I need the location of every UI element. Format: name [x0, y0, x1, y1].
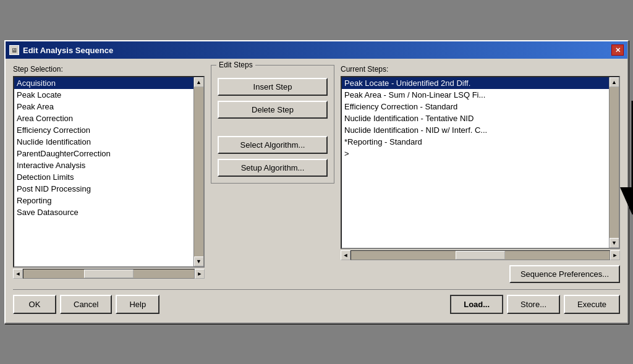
step-scroll-track[interactable] — [194, 87, 204, 256]
ok-button[interactable]: OK — [13, 295, 56, 314]
current-list-container: Peak Locate - Unidentified 2nd Diff.Peak… — [341, 76, 620, 249]
step-list-item[interactable]: Acquisition — [14, 77, 193, 89]
cancel-button[interactable]: Cancel — [60, 295, 112, 314]
step-selection-panel: Step Selection: AcquisitionPeak LocatePe… — [13, 65, 205, 283]
step-list-item[interactable]: Interactive Analysis — [14, 159, 193, 171]
current-list-item[interactable]: Nuclide Identification - Tentative NID — [342, 112, 609, 124]
bottom-buttons: OK Cancel Help Load... Store... Execute — [13, 289, 620, 316]
help-button[interactable]: Help — [116, 295, 159, 314]
step-list: AcquisitionPeak LocatePeak AreaArea Corr… — [14, 77, 193, 266]
current-list-item[interactable]: Nuclide Identification - NID w/ Interf. … — [342, 124, 609, 136]
close-button[interactable]: ✕ — [611, 44, 624, 56]
step-list-item[interactable]: Save Datasource — [14, 206, 193, 218]
current-hscroll-track[interactable] — [350, 250, 610, 260]
current-scroll-track[interactable] — [610, 87, 619, 238]
window-title: Edit Analysis Sequence — [23, 46, 113, 55]
title-bar: 🖥 Edit Analysis Sequence ✕ — [6, 41, 627, 59]
edit-steps-panel: Edit Steps Insert Step Delete Step Selec… — [211, 65, 334, 283]
app-icon: 🖥 — [9, 45, 19, 55]
step-list-item[interactable]: Peak Area — [14, 101, 193, 112]
select-algorithm-button[interactable]: Select Algorithm... — [218, 136, 328, 154]
step-list-container: AcquisitionPeak LocatePeak AreaArea Corr… — [13, 76, 205, 268]
sequence-preferences-button[interactable]: Sequence Preferences... — [509, 265, 620, 283]
step-scroll-up[interactable]: ▲ — [194, 77, 204, 87]
step-list-item[interactable]: Peak Locate — [14, 89, 193, 101]
current-hscroll-right[interactable]: ► — [610, 250, 620, 260]
current-scrollbar: ▲ ▼ — [609, 77, 619, 248]
current-scroll-down[interactable]: ▼ — [610, 238, 619, 248]
step-hscroll-left[interactable]: ◄ — [13, 269, 23, 279]
main-window: 🖥 Edit Analysis Sequence ✕ Step Selectio… — [4, 40, 629, 324]
execute-button[interactable]: Execute — [564, 295, 620, 314]
bottom-right-buttons: Load... Store... Execute — [450, 295, 620, 314]
step-list-item[interactable]: Efficiency Correction — [14, 124, 193, 136]
bottom-left-buttons: OK Cancel Help — [13, 295, 159, 314]
current-list-item[interactable]: Efficiency Correction - Standard — [342, 101, 609, 112]
step-list-scrollbar: ▲ ▼ — [193, 77, 203, 266]
step-list-item[interactable]: Nuclide Identification — [14, 136, 193, 148]
current-list-item[interactable]: Peak Locate - Unidentified 2nd Diff. — [342, 77, 609, 89]
delete-step-button[interactable]: Delete Step — [218, 101, 328, 119]
step-hscroll-track[interactable] — [23, 269, 195, 279]
current-list-item[interactable]: *Reporting - Standard — [342, 136, 609, 148]
step-list-item[interactable]: Reporting — [14, 195, 193, 206]
step-hscroll-thumb — [84, 269, 134, 278]
step-selection-label: Step Selection: — [13, 65, 205, 74]
current-list-item[interactable]: Peak Area - Sum / Non-Linear LSQ Fi... — [342, 89, 609, 101]
current-steps-label: Current Steps: — [341, 65, 620, 74]
current-steps-outer: Peak Locate - Unidentified 2nd Diff.Peak… — [341, 76, 620, 249]
load-button[interactable]: Load... — [450, 295, 503, 314]
step-list-hscroll: ◄ ► — [13, 269, 205, 279]
edit-steps-label: Edit Steps — [216, 61, 255, 69]
edit-steps-group: Edit Steps Insert Step Delete Step Selec… — [211, 65, 334, 184]
insert-step-button[interactable]: Insert Step — [218, 78, 328, 96]
current-hscroll-thumb — [456, 251, 505, 260]
svg-marker-1 — [620, 187, 633, 215]
current-list-item[interactable]: > — [342, 148, 609, 159]
store-button[interactable]: Store... — [507, 295, 560, 314]
window-body: Step Selection: AcquisitionPeak LocatePe… — [6, 59, 627, 323]
step-list-item[interactable]: ParentDaughterCorrection — [14, 148, 193, 159]
current-hscroll-left[interactable]: ◄ — [341, 250, 350, 260]
step-list-item[interactable]: Area Correction — [14, 112, 193, 124]
step-hscroll-right[interactable]: ► — [195, 269, 205, 279]
current-hscroll: ◄ ► — [341, 250, 620, 260]
current-scroll-up[interactable]: ▲ — [610, 77, 619, 87]
current-list: Peak Locate - Unidentified 2nd Diff.Peak… — [342, 77, 609, 248]
step-list-item[interactable]: Detection Limits — [14, 171, 193, 183]
setup-algorithm-button[interactable]: Setup Algorithm... — [218, 159, 328, 177]
main-area: Step Selection: AcquisitionPeak LocatePe… — [13, 65, 620, 283]
step-list-item[interactable]: Post NID Processing — [14, 183, 193, 195]
seq-prefs-row: Sequence Preferences... — [341, 265, 620, 283]
step-scroll-down[interactable]: ▼ — [194, 256, 204, 266]
current-steps-panel: Current Steps: Peak Locate - Unidentifie… — [341, 65, 620, 283]
